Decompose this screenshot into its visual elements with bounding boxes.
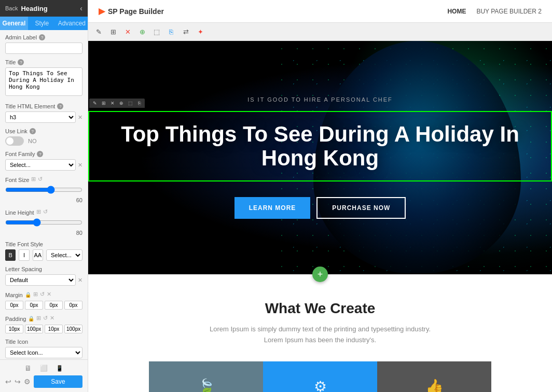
- padding-bottom[interactable]: [45, 325, 63, 333]
- toolbar-add-button[interactable]: ⊕: [136, 25, 148, 38]
- nav-home[interactable]: HOME: [447, 8, 466, 15]
- toolbar-move-button[interactable]: ⇄: [180, 25, 192, 38]
- letter-spacing-clear-icon[interactable]: ✕: [78, 277, 82, 284]
- toolbar-edit-button[interactable]: ✎: [92, 25, 105, 38]
- title-html-element-label: Title HTML Element ?: [5, 103, 82, 109]
- margin-lock-icon[interactable]: 🔒: [25, 292, 31, 298]
- margin-clear-icon[interactable]: ✕: [47, 291, 51, 298]
- toolbar-copy-button[interactable]: ⎘: [165, 25, 177, 38]
- line-height-label: Line Height ⊞ ↺: [5, 208, 82, 216]
- font-size-responsive-icon[interactable]: ⊞: [31, 176, 36, 183]
- save-button[interactable]: Save: [34, 375, 82, 388]
- tab-advanced[interactable]: Advanced: [56, 17, 88, 30]
- font-family-clear-icon[interactable]: ✕: [78, 162, 82, 169]
- purchase-now-button[interactable]: PURCHASE NOW: [316, 197, 406, 219]
- margin-field: Margin 🔒 ⊞ ↺ ✕: [5, 291, 82, 310]
- hero-heading-box: ✎ ⊞ ✕ ⊕ ⬚ ⎘ Top Things To See During A H…: [88, 111, 552, 181]
- font-size-slider[interactable]: [5, 186, 82, 194]
- heading-toolbar: ✎ ⊞ ✕ ⊕ ⬚ ⎘: [89, 99, 145, 108]
- settings-button[interactable]: ⚙: [24, 377, 31, 386]
- font-style-select[interactable]: Select...: [46, 249, 82, 261]
- padding-top[interactable]: [5, 325, 23, 333]
- margin-right[interactable]: [25, 301, 43, 310]
- heading-edit-icon[interactable]: ✎: [91, 100, 99, 107]
- admin-label-input[interactable]: [5, 43, 82, 54]
- margin-top[interactable]: [5, 301, 23, 310]
- padding-label: Padding 🔒 ⊞ ↺ ✕: [5, 315, 82, 323]
- padding-right[interactable]: [25, 325, 43, 333]
- line-height-reset-icon[interactable]: ↺: [43, 208, 48, 215]
- font-size-label: Font Size ⊞ ↺: [5, 176, 82, 184]
- toolbar-resize-button[interactable]: ⬚: [150, 25, 163, 38]
- tab-style[interactable]: Style: [28, 17, 56, 30]
- title-html-element-select[interactable]: h3h1h2h4: [5, 111, 76, 123]
- undo-button[interactable]: ↩: [5, 377, 11, 386]
- html-element-clear-icon[interactable]: ✕: [78, 114, 82, 121]
- admin-label-help-icon: ?: [39, 34, 45, 40]
- use-link-toggle[interactable]: [5, 136, 24, 146]
- tab-general[interactable]: General: [0, 17, 28, 30]
- admin-label-field: Admin Label ?: [5, 34, 82, 54]
- font-size-value: 60: [5, 197, 82, 203]
- use-link-help-icon: ?: [30, 128, 36, 134]
- bold-button[interactable]: B: [5, 249, 16, 261]
- aa-button[interactable]: AA: [33, 249, 43, 261]
- font-family-help-icon: ?: [37, 151, 43, 157]
- tablet-view-icon[interactable]: ⬜: [40, 365, 48, 372]
- use-link-toggle-label: NO: [28, 138, 37, 144]
- line-height-responsive-icon[interactable]: ⊞: [36, 208, 41, 215]
- padding-reset-icon[interactable]: ↺: [43, 315, 48, 321]
- padding-lock-icon[interactable]: 🔒: [28, 316, 34, 321]
- line-height-slider[interactable]: [5, 218, 82, 227]
- padding-clear-icon[interactable]: ✕: [50, 315, 54, 321]
- toolbar-delete-button[interactable]: ✦: [194, 25, 206, 38]
- what-we-create-section: What We Create Lorem Ipsum is simply dum…: [88, 274, 552, 392]
- font-size-field: Font Size ⊞ ↺ 60: [5, 176, 82, 203]
- padding-responsive-icon[interactable]: ⊞: [36, 315, 41, 321]
- back-button[interactable]: Back: [5, 5, 18, 11]
- italic-button[interactable]: I: [19, 249, 29, 261]
- heading-grid-icon[interactable]: ⊞: [100, 100, 107, 107]
- use-link-field: Use Link ? NO: [5, 128, 82, 146]
- toolbar-grid-button[interactable]: ⊞: [107, 25, 119, 38]
- font-family-field: Font Family ? Select... ✕: [5, 151, 82, 171]
- mobile-view-icon[interactable]: 📱: [56, 365, 63, 372]
- panel-header: Back Heading ‹: [0, 0, 88, 17]
- toolbar-remove-button[interactable]: ✕: [121, 25, 134, 38]
- right-canvas: ▶ SP Page Builder HOME BUY PAGE BUILDER …: [88, 0, 552, 392]
- padding-field: Padding 🔒 ⊞ ↺ ✕: [5, 315, 82, 333]
- redo-button[interactable]: ↪: [15, 377, 21, 386]
- heading-copy-icon[interactable]: ⬚: [127, 100, 134, 107]
- brand-icon: ▶: [99, 6, 105, 16]
- heading-add-icon[interactable]: ⊕: [118, 100, 125, 107]
- margin-bottom[interactable]: [45, 301, 63, 310]
- nav-buy[interactable]: BUY PAGE BUILDER 2: [476, 8, 542, 15]
- learn-more-button[interactable]: LEARN MORE: [234, 197, 311, 219]
- add-section-button[interactable]: +: [312, 267, 328, 282]
- panel-title: Heading: [21, 5, 47, 12]
- margin-label: Margin 🔒 ⊞ ↺ ✕: [5, 291, 82, 299]
- desktop-view-icon[interactable]: 🖥: [24, 364, 32, 372]
- title-icon-field: Title Icon Select Icon...: [5, 339, 82, 358]
- title-html-element-field: Title HTML Element ? h3h1h2h4 ✕: [5, 103, 82, 123]
- wwe-title: What We Create: [109, 300, 531, 317]
- heading-remove-icon[interactable]: ✕: [109, 100, 116, 107]
- editor-toolbar: ✎ ⊞ ✕ ⊕ ⬚ ⎘ ⇄ ✦: [88, 23, 552, 41]
- font-family-select[interactable]: Select...: [5, 159, 76, 171]
- modular-design-icon: 👍: [425, 378, 444, 392]
- card-diverse-icons: 🍃 Diverse Icons Looking cautiously round…: [149, 361, 263, 392]
- padding-left[interactable]: [64, 325, 82, 333]
- letter-spacing-field: Letter Spacing Default ✕: [5, 266, 82, 286]
- title-textarea[interactable]: Top Things To See During A Holiday In Ho…: [5, 67, 82, 96]
- hero-section: IS IT GOOD TO HIRE A PERSONAL CHEF ✎ ⊞ ✕…: [88, 41, 552, 274]
- heading-move-icon[interactable]: ⎘: [135, 100, 143, 107]
- letter-spacing-select[interactable]: Default: [5, 274, 76, 286]
- margin-left[interactable]: [64, 301, 82, 310]
- hero-buttons: LEARN MORE PURCHASE NOW: [234, 197, 406, 219]
- panel-collapse-button[interactable]: ‹: [80, 4, 82, 12]
- font-family-label: Font Family ?: [5, 151, 82, 157]
- margin-reset-icon[interactable]: ↺: [40, 291, 45, 298]
- title-icon-select[interactable]: Select Icon...: [5, 347, 82, 358]
- font-size-reset-icon[interactable]: ↺: [38, 176, 43, 183]
- margin-responsive-icon[interactable]: ⊞: [33, 291, 38, 298]
